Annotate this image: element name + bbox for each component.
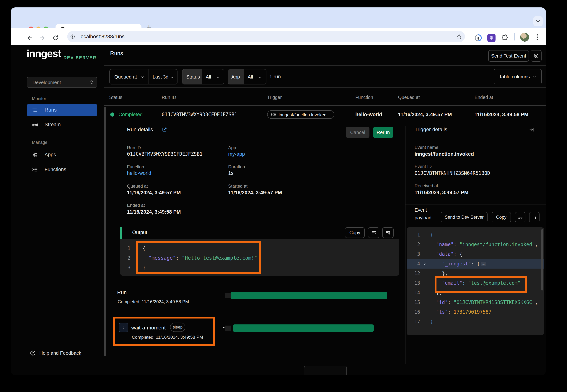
tab-strip: Inngest Development Server × + [11, 7, 546, 28]
app-filter-label: App [231, 74, 240, 80]
run-id-label: Run ID [127, 145, 141, 150]
line-number: 15 [407, 300, 420, 305]
sidebar-section-manage: Manage [32, 140, 47, 145]
send-to-dev-server-button[interactable]: Send to Dev Server [441, 212, 488, 222]
password-manager-extension-icon[interactable] [474, 34, 482, 42]
browser-window: Inngest Development Server × + [11, 7, 546, 375]
reload-icon[interactable] [52, 35, 59, 41]
event-name-value: inngest/function.invoked [415, 151, 474, 157]
sidebar-item-runs[interactable]: Runs [27, 104, 97, 116]
chevron-down-icon [170, 75, 174, 79]
step-bar-start-tick [223, 327, 225, 328]
table-row[interactable]: Completed 01JCVBTMV3WXY9D3CFDEJFZSB1 inn… [104, 106, 546, 126]
column-header-trigger[interactable]: Trigger [267, 95, 282, 100]
collapse-chevron-icon[interactable] [423, 262, 426, 266]
help-icon [30, 350, 36, 356]
bookmark-star-icon[interactable] [456, 33, 462, 40]
main-scrollbar[interactable] [104, 107, 106, 356]
output-wrap-text-button[interactable] [368, 227, 379, 238]
help-label: Help and Feedback [39, 350, 81, 356]
timeline-run-completed: Completed: 11/16/2024, 3:49:58 PM [118, 299, 189, 304]
started-at-label: Started at [228, 183, 247, 189]
sidebar-item-label: Runs [44, 107, 57, 113]
load-more-button[interactable] [304, 366, 347, 375]
payload-expand-button[interactable] [529, 212, 539, 222]
column-header-function[interactable]: Function [355, 95, 373, 100]
code-content: "name": "inngest/function.invoked", [420, 242, 538, 247]
line-number: 3 [407, 251, 420, 257]
status-filter[interactable]: Status All [182, 69, 224, 84]
back-icon[interactable] [26, 35, 33, 41]
started-at-value: 11/16/2024, 3:49:57 PM [228, 190, 282, 196]
output-expand-button[interactable] [382, 227, 394, 238]
app-link[interactable]: my-app [228, 151, 245, 157]
address-bar[interactable]: localhost:8288/runs [67, 31, 465, 42]
rerun-button[interactable]: Rerun [373, 127, 393, 138]
line-number: 12 [407, 271, 420, 276]
expand-lines-icon [385, 230, 391, 235]
dev-server-badge: DEV SERVER [63, 55, 97, 60]
code-content: } [420, 319, 433, 324]
event-payload-label-line1: Event [415, 207, 427, 213]
sidebar-divider [104, 45, 104, 375]
code-line-1: 1{ [407, 230, 544, 240]
status-filter-value: All [206, 74, 211, 80]
environment-select[interactable]: Development [27, 77, 97, 88]
code-line-3: 3 "data": { [407, 249, 544, 259]
panel-divider [405, 126, 406, 364]
table-columns-button[interactable]: Table columns [494, 69, 542, 84]
sidebar-item-label: Apps [44, 152, 56, 158]
column-header-queued-at[interactable]: Queued at [398, 95, 420, 100]
sidebar-item-apps[interactable]: Apps [27, 149, 97, 161]
payload-wrap-text-button[interactable] [515, 212, 525, 222]
gear-icon [533, 53, 539, 59]
payload-copy-button[interactable]: Copy [492, 212, 511, 222]
extensions-puzzle-icon[interactable] [501, 34, 509, 42]
event-trigger-icon [271, 113, 276, 116]
run-timeline-bar[interactable] [231, 292, 387, 299]
column-header-run-id[interactable]: Run ID [162, 95, 176, 100]
sidebar-section-monitor: Monitor [32, 96, 46, 101]
output-copy-button[interactable]: Copy [345, 227, 365, 238]
settings-gear-button[interactable] [531, 50, 541, 62]
timeline-run-label: Run [117, 290, 127, 295]
trigger-pill[interactable]: inngest/function.invoked [267, 110, 334, 119]
chevron-down-icon [140, 75, 144, 79]
app-filter-value: All [248, 74, 253, 80]
tab-search-chevron-icon[interactable] [533, 16, 543, 26]
received-at-value: 11/16/2024, 3:49:57 PM [415, 190, 468, 196]
collapse-panel-icon[interactable] [529, 127, 535, 133]
function-link[interactable]: hello-world [127, 170, 151, 176]
app-filter[interactable]: App All [228, 69, 266, 84]
sidebar-item-functions[interactable]: Functions [27, 164, 97, 176]
apps-icon [32, 152, 38, 158]
send-test-event-button[interactable]: Send Test Event [488, 50, 529, 62]
row-ended-at: 11/16/2024, 3:49:58 PM [475, 112, 528, 117]
column-header-ended-at[interactable]: Ended at [475, 95, 493, 100]
time-filter[interactable]: Queued at Last 3d [109, 69, 177, 84]
sidebar-item-stream[interactable]: Stream [27, 119, 97, 131]
column-header-status[interactable]: Status [109, 95, 122, 100]
payload-scrollbar[interactable] [541, 229, 543, 291]
code-line-4[interactable]: 4 "_inngest": {⋯ [407, 259, 544, 268]
profile-avatar[interactable] [520, 33, 529, 42]
trigger-pill-label: inngest/function.invoked [279, 112, 326, 117]
chevron-down-icon [258, 75, 262, 79]
screen: Inngest Development Server × + [0, 0, 567, 392]
browser-menu-kebab-icon[interactable] [535, 33, 540, 41]
help-and-feedback[interactable]: Help and Feedback [27, 349, 105, 358]
line-number: 4 [407, 261, 420, 266]
step-timeline-bar[interactable] [233, 324, 374, 332]
code-line-17: 17} [407, 317, 544, 326]
cancel-button[interactable]: Cancel [346, 127, 369, 138]
line-number: 1 [407, 232, 420, 238]
site-info-icon[interactable] [70, 34, 75, 39]
event-name-label: Event name [415, 145, 438, 150]
queued-at-value: 11/16/2024, 3:49:57 PM [127, 190, 181, 196]
divider [109, 139, 405, 140]
line-number: 3 [120, 265, 130, 270]
chevron-down-icon [532, 75, 537, 79]
external-link-icon[interactable] [162, 127, 167, 132]
purple-extension-icon[interactable] [487, 34, 496, 42]
forward-icon[interactable] [39, 35, 46, 41]
